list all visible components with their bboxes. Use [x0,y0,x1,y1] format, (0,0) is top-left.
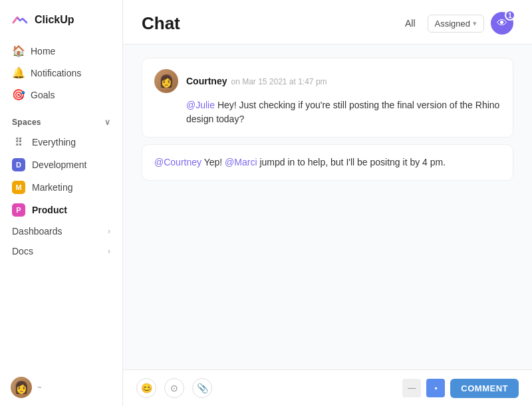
sidebar-item-dashboards[interactable]: Dashboards › [5,221,117,241]
compose-toolbar: 😊 ⊙ 📎 — ▪ COMMENT [136,378,519,398]
spaces-chevron-icon[interactable]: ∨ [104,118,110,127]
development-icon: D [12,158,25,171]
sidebar-item-marketing[interactable]: M Marketing [5,176,117,199]
assigned-chevron-icon: ▾ [473,19,477,28]
main-content: Chat All Assigned ▾ 👁 1 👩 Courtney on [123,0,532,406]
sidebar-item-dashboards-label: Dashboards [12,226,63,237]
emoji-button[interactable]: 😊 [136,378,156,398]
mention-marci: @Marci [225,157,257,167]
sidebar-item-everything-label: Everything [32,137,76,148]
user-avatar[interactable]: 👩 [11,377,32,398]
filter-assigned-label: Assigned [435,19,470,29]
header-controls: All Assigned ▾ 👁 1 [400,12,513,35]
mention-julie: @Julie [186,100,215,110]
app-name: ClickUp [35,14,74,26]
user-menu-indicator: ~ [37,383,41,391]
goals-icon: 🎯 [12,88,24,101]
reply-text-1: Yep! [204,157,225,167]
attach-button[interactable]: 📎 [192,378,212,398]
nav-items: 🏠 Home 🔔 Notifications 🎯 Goals [0,37,122,108]
logo-area: ClickUp [0,0,122,37]
sidebar-item-notifications-label: Notifications [31,68,81,78]
circle-icon: ⊙ [170,383,178,393]
action-btn-1[interactable]: — [402,379,421,397]
sidebar-item-product-label: Product [32,205,67,215]
clickup-logo-icon [11,11,29,29]
compose-actions: — ▪ COMMENT [402,379,519,398]
reply-body-1: @Courtney Yep! @Marci jumpd in to help, … [154,155,501,169]
message-author-1: Courtney [186,76,227,86]
sidebar-item-goals-label: Goals [31,90,55,100]
reply-text-2: jumpd in to help, but I'll be positng it… [259,157,446,167]
everything-icon: ⠿ [12,136,25,149]
courtney-avatar: 👩 [154,69,178,93]
circle-button[interactable]: ⊙ [164,378,184,398]
notification-badge: 1 [505,10,515,21]
compose-icons: 😊 ⊙ 📎 [136,378,212,398]
sidebar-item-home-label: Home [31,46,55,56]
filter-all-button[interactable]: All [400,15,421,31]
product-icon: P [12,203,25,217]
action-btn-2[interactable]: ▪ [426,379,445,397]
dashboards-arrow-icon: › [108,227,110,236]
marketing-icon: M [12,181,25,194]
attach-icon: 📎 [197,383,208,393]
sidebar-item-home[interactable]: 🏠 Home [5,40,117,62]
sidebar-item-development[interactable]: D Development [5,153,117,176]
message-text-1: Hey! Just checking if you're still posti… [186,100,499,124]
sidebar-item-everything[interactable]: ⠿ Everything [5,131,117,153]
compose-area: 😊 ⊙ 📎 — ▪ COMMENT [123,369,532,406]
chat-area: 👩 Courtney on Mar 15 2021 at 1:47 pm @Ju… [123,45,532,369]
reply-block-1: @Courtney Yep! @Marci jumpd in to help, … [142,144,513,181]
message-body-1: @Julie Hey! Just checking if you're stil… [154,98,501,126]
message-block-1: 👩 Courtney on Mar 15 2021 at 1:47 pm @Ju… [142,58,513,138]
docs-arrow-icon: › [108,247,110,256]
bell-icon: 🔔 [12,66,24,79]
home-icon: 🏠 [12,45,24,57]
sidebar-item-notifications[interactable]: 🔔 Notifications [5,62,117,84]
sidebar-item-goals[interactable]: 🎯 Goals [5,84,117,106]
emoji-icon: 😊 [141,383,152,393]
comment-button[interactable]: COMMENT [450,379,519,398]
sidebar: ClickUp 🏠 Home 🔔 Notifications 🎯 Goals S… [0,0,123,406]
content-header: Chat All Assigned ▾ 👁 1 [123,0,532,45]
filter-assigned-dropdown[interactable]: Assigned ▾ [428,15,484,33]
sidebar-bottom: 👩 ~ [0,369,122,406]
sidebar-item-development-label: Development [32,159,87,170]
sidebar-item-docs[interactable]: Docs › [5,241,117,261]
sidebar-item-docs-label: Docs [12,246,33,256]
mention-courtney: @Courtney [154,157,201,167]
spaces-section-label: Spaces ∨ [0,108,122,131]
sidebar-item-product[interactable]: P Product [5,199,117,221]
notifications-eye-button[interactable]: 👁 1 [491,12,513,35]
page-title: Chat [142,13,386,34]
sidebar-item-marketing-label: Marketing [32,182,72,193]
message-timestamp-1: on Mar 15 2021 at 1:47 pm [231,77,327,86]
